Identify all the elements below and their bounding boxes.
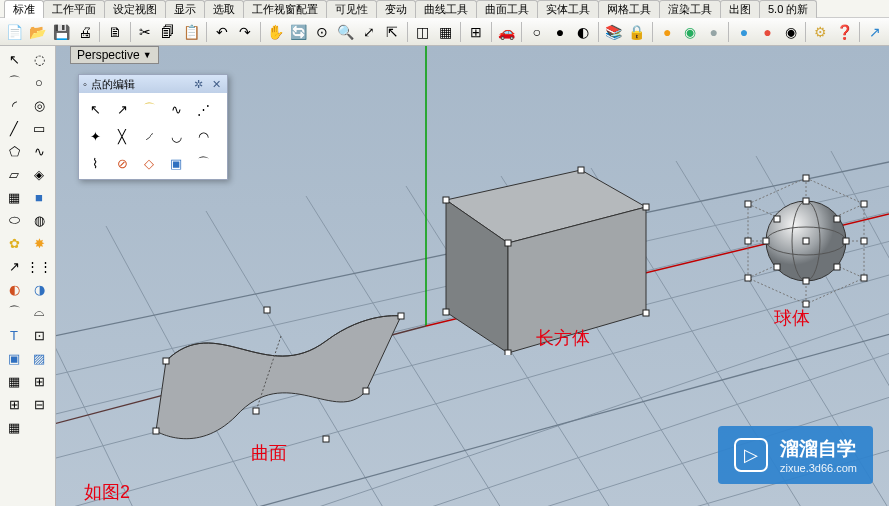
cplane-icon[interactable]: ◫ (412, 21, 433, 43)
menu-tab-2[interactable]: 设定视图 (104, 0, 166, 18)
pin-icon[interactable]: ✲ (191, 78, 205, 91)
explode-icon[interactable]: ✸ (27, 232, 51, 254)
zoom-target-icon[interactable]: ⊙ (312, 21, 333, 43)
material-gray-icon[interactable]: ● (703, 21, 724, 43)
cplane-reset-icon[interactable]: ▦ (435, 21, 456, 43)
menu-tab-6[interactable]: 可见性 (326, 0, 377, 18)
text-icon[interactable]: T (2, 324, 26, 346)
array-icon[interactable]: ⋮⋮ (27, 255, 51, 277)
menu-tab-7[interactable]: 变动 (376, 0, 416, 18)
cylinder2-icon[interactable]: ◍ (27, 209, 51, 231)
sphere-object[interactable] (726, 156, 886, 326)
export-arrow-icon[interactable]: ↗ (864, 21, 885, 43)
grid2-icon[interactable]: ⊟ (27, 393, 51, 415)
zoom-prev-icon[interactable]: ⇱ (382, 21, 403, 43)
cylinder-icon[interactable]: ⬭ (2, 209, 26, 231)
menu-tab-3[interactable]: 显示 (165, 0, 205, 18)
surface2-icon[interactable]: ◈ (27, 163, 51, 185)
print-icon[interactable]: 🖨 (74, 21, 95, 43)
box-icon[interactable]: ▦ (2, 186, 26, 208)
menu-tab-13[interactable]: 出图 (720, 0, 760, 18)
menu-tab-4[interactable]: 选取 (204, 0, 244, 18)
menu-tab-5[interactable]: 工作视窗配置 (243, 0, 327, 18)
menu-tab-14[interactable]: 5.0 的新 (759, 0, 817, 18)
arc2-icon[interactable]: ◜ (2, 94, 26, 116)
car-icon[interactable]: 🚗 (496, 21, 517, 43)
pt-edit-13-icon[interactable]: ◇ (137, 151, 161, 175)
viewport-layout-icon[interactable]: ⊞ (465, 21, 486, 43)
pt-edit-14-icon[interactable]: ▣ (164, 151, 188, 175)
lasso-icon[interactable]: ◌ (27, 48, 51, 70)
sphere-multi-icon[interactable]: ◉ (780, 21, 801, 43)
menu-tab-11[interactable]: 网格工具 (598, 0, 660, 18)
menu-tab-0[interactable]: 标准 (4, 0, 44, 18)
group2-icon[interactable]: ▨ (27, 347, 51, 369)
split-icon[interactable]: ⌓ (27, 301, 51, 323)
cuboid-object[interactable] (416, 135, 666, 355)
pt-edit-3-icon[interactable]: ⌒ (137, 97, 161, 121)
pt-edit-2-icon[interactable]: ↗ (110, 97, 134, 121)
layer-icon[interactable]: 📚 (603, 21, 624, 43)
select-arrow-icon[interactable]: ↖ (2, 48, 26, 70)
menu-tab-8[interactable]: 曲线工具 (415, 0, 477, 18)
zoom-extents-icon[interactable]: ⤢ (358, 21, 379, 43)
paste-icon[interactable]: 📋 (181, 21, 202, 43)
open-file-icon[interactable]: 📂 (27, 21, 48, 43)
pt-edit-4-icon[interactable]: ∿ (164, 97, 188, 121)
mesh-icon[interactable]: ▦ (2, 370, 26, 392)
copy-icon[interactable]: 🗐 (158, 21, 179, 43)
donut-icon[interactable]: ◎ (27, 94, 51, 116)
pt-edit-9-icon[interactable]: ◡ (164, 124, 188, 148)
pan-icon[interactable]: ✋ (265, 21, 286, 43)
line-icon[interactable]: ╱ (2, 117, 26, 139)
join-icon[interactable]: ⌒ (2, 301, 26, 323)
settings-icon[interactable]: ⚙ (810, 21, 831, 43)
perspective-viewport[interactable]: Perspective ▼ ◦ 点的编辑 ✲ ✕ ↖↗⌒∿⋰✦╳⟋◡◠⌇⊘◇▣⌒ (56, 46, 889, 506)
menu-tab-9[interactable]: 曲面工具 (476, 0, 538, 18)
transform-icon[interactable]: ↗ (2, 255, 26, 277)
zoom-icon[interactable]: 🔍 (335, 21, 356, 43)
mesh2-icon[interactable]: ⊞ (27, 370, 51, 392)
render-shade-icon[interactable]: ● (549, 21, 570, 43)
gear-icon[interactable]: ✿ (2, 232, 26, 254)
menu-tab-12[interactable]: 渲染工具 (659, 0, 721, 18)
group-icon[interactable]: ▣ (2, 347, 26, 369)
curved-surface-object[interactable] (136, 281, 426, 456)
pt-edit-8-icon[interactable]: ⟋ (137, 124, 161, 148)
menu-tab-1[interactable]: 工作平面 (43, 0, 105, 18)
pt-edit-15-icon[interactable]: ⌒ (191, 151, 215, 175)
pt-edit-6-icon[interactable]: ✦ (83, 124, 107, 148)
pt-edit-11-icon[interactable]: ⌇ (83, 151, 107, 175)
redo-icon[interactable]: ↷ (235, 21, 256, 43)
material-orange-icon[interactable]: ● (657, 21, 678, 43)
pt-edit-7-icon[interactable]: ╳ (110, 124, 134, 148)
sphere-blue-icon[interactable]: ● (733, 21, 754, 43)
grid3-icon[interactable]: ▦ (2, 416, 26, 438)
pt-edit-1-icon[interactable]: ↖ (83, 97, 107, 121)
sphere-red-icon[interactable]: ● (757, 21, 778, 43)
boolean2-icon[interactable]: ◑ (27, 278, 51, 300)
dim-icon[interactable]: ⊡ (27, 324, 51, 346)
polygon-icon[interactable]: ⬠ (2, 140, 26, 162)
panel-titlebar[interactable]: ◦ 点的编辑 ✲ ✕ (79, 75, 227, 93)
cut-icon[interactable]: ✂ (135, 21, 156, 43)
circle-icon[interactable]: ○ (27, 71, 51, 93)
new-file-icon[interactable]: 📄 (4, 21, 25, 43)
rotate-view-icon[interactable]: 🔄 (288, 21, 309, 43)
viewport-title-button[interactable]: Perspective ▼ (70, 46, 159, 64)
render-ghost-icon[interactable]: ◐ (573, 21, 594, 43)
curve-icon[interactable]: ∿ (27, 140, 51, 162)
grid1-icon[interactable]: ⊞ (2, 393, 26, 415)
lock-icon[interactable]: 🔒 (626, 21, 647, 43)
rectangle-icon[interactable]: ▭ (27, 117, 51, 139)
pt-edit-12-icon[interactable]: ⊘ (110, 151, 134, 175)
arc-icon[interactable]: ⌒ (2, 71, 26, 93)
close-icon[interactable]: ✕ (209, 78, 223, 91)
material-rainbow-icon[interactable]: ◉ (680, 21, 701, 43)
boolean-icon[interactable]: ◐ (2, 278, 26, 300)
box-solid-icon[interactable]: ■ (27, 186, 51, 208)
pt-edit-5-icon[interactable]: ⋰ (191, 97, 215, 121)
help-icon[interactable]: ❓ (834, 21, 855, 43)
menu-tab-10[interactable]: 实体工具 (537, 0, 599, 18)
pt-edit-10-icon[interactable]: ◠ (191, 124, 215, 148)
